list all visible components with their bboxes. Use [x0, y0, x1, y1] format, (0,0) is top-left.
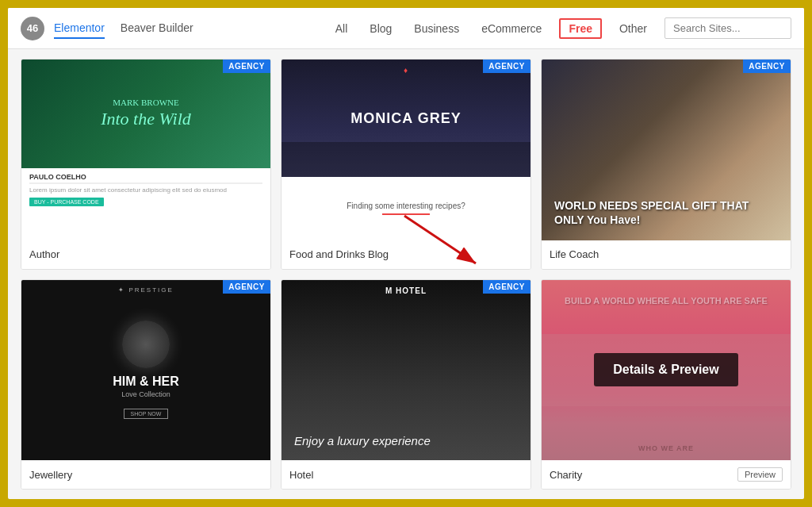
card-author-image: MARK BROWNE Into the Wild PAULO COELHO L… — [21, 60, 270, 240]
jewellery-agency-badge: AGENCY — [223, 280, 270, 294]
search-input[interactable] — [665, 17, 791, 39]
card-charity: BUILD A WORLD WHERE ALL YOUTH ARE SAFE W… — [541, 279, 791, 490]
food-mock-name: MONICA GREY — [350, 109, 461, 126]
filter-tabs: All Blog Business eCommerce Free Other — [331, 18, 652, 39]
card-charity-footer: Charity Preview — [542, 460, 791, 489]
card-hotel: M HOTEL Enjoy a luxury experience AGENCY… — [281, 279, 531, 490]
card-food-footer: Food and Drinks Blog — [282, 240, 530, 269]
food-agency-badge: AGENCY — [483, 60, 530, 73]
tab-elementor[interactable]: Elementor — [54, 18, 105, 39]
card-hotel-image: M HOTEL Enjoy a luxury experience AGENCY — [282, 280, 530, 461]
hotel-mock-text: Enjoy a luxury experience — [282, 421, 443, 460]
hotel-title: Hotel — [289, 469, 313, 481]
author-mock-title: Into the Wild — [101, 109, 191, 129]
card-charity-image: BUILD A WORLD WHERE ALL YOUTH ARE SAFE W… — [542, 280, 791, 461]
charity-preview-button[interactable]: Preview — [737, 467, 783, 482]
template-grid: MARK BROWNE Into the Wild PAULO COELHO L… — [8, 49, 804, 499]
jewellery-mock-title: HIM & HER — [113, 374, 179, 389]
nav-bar: 46 Elementor Beaver Builder All Blog Bus… — [8, 8, 804, 49]
card-lifecoach-footer: Life Coach — [542, 240, 791, 269]
card-jewellery-footer: Jewellery — [21, 460, 270, 489]
filter-all[interactable]: All — [331, 19, 353, 38]
author-agency-badge: AGENCY — [223, 60, 270, 73]
filter-ecommerce[interactable]: eCommerce — [477, 19, 546, 38]
details-preview-button[interactable]: Details & Preview — [594, 353, 737, 386]
filter-blog[interactable]: Blog — [365, 19, 396, 38]
lifecoach-title: Life Coach — [550, 248, 599, 260]
card-lifecoach-image: Nina Wood WORLD NEEDS SPECIAL GIFT THAT … — [542, 60, 791, 240]
charity-title: Charity — [550, 469, 582, 481]
lifecoach-agency-badge: AGENCY — [743, 60, 791, 73]
card-jewellery: ✦ PRESTIGE HIM & HER Love Collection SHO… — [21, 279, 271, 490]
filter-other[interactable]: Other — [615, 19, 652, 38]
card-author-footer: Author — [21, 240, 270, 269]
template-count: 46 — [21, 17, 44, 40]
tab-beaver-builder[interactable]: Beaver Builder — [121, 18, 193, 39]
charity-hover-overlay: Details & Preview — [542, 280, 791, 461]
jewellery-mock-sub: Love Collection — [121, 390, 170, 398]
food-mock-text: Finding some interesting recipes? — [347, 202, 465, 210]
food-title: Food and Drinks Blog — [289, 248, 389, 260]
card-food-image: ♦ MONICA GREY Finding some interesting r… — [282, 60, 530, 240]
author-title: Author — [29, 248, 59, 260]
jewellery-title: Jewellery — [29, 469, 72, 481]
lifecoach-mock-text: WORLD NEEDS SPECIAL GIFT THAT ONLY You H… — [542, 186, 791, 240]
card-author: MARK BROWNE Into the Wild PAULO COELHO L… — [21, 59, 271, 270]
card-lifecoach: Nina Wood WORLD NEEDS SPECIAL GIFT THAT … — [541, 59, 791, 270]
card-jewellery-image: ✦ PRESTIGE HIM & HER Love Collection SHO… — [21, 280, 270, 461]
card-hotel-footer: Hotel — [282, 460, 530, 489]
hotel-agency-badge: AGENCY — [483, 280, 530, 294]
main-container: 46 Elementor Beaver Builder All Blog Bus… — [8, 8, 804, 499]
card-food: ♦ MONICA GREY Finding some interesting r… — [281, 59, 531, 270]
builder-tabs: Elementor Beaver Builder — [54, 18, 193, 39]
filter-free[interactable]: Free — [559, 18, 602, 39]
filter-business[interactable]: Business — [409, 19, 464, 38]
